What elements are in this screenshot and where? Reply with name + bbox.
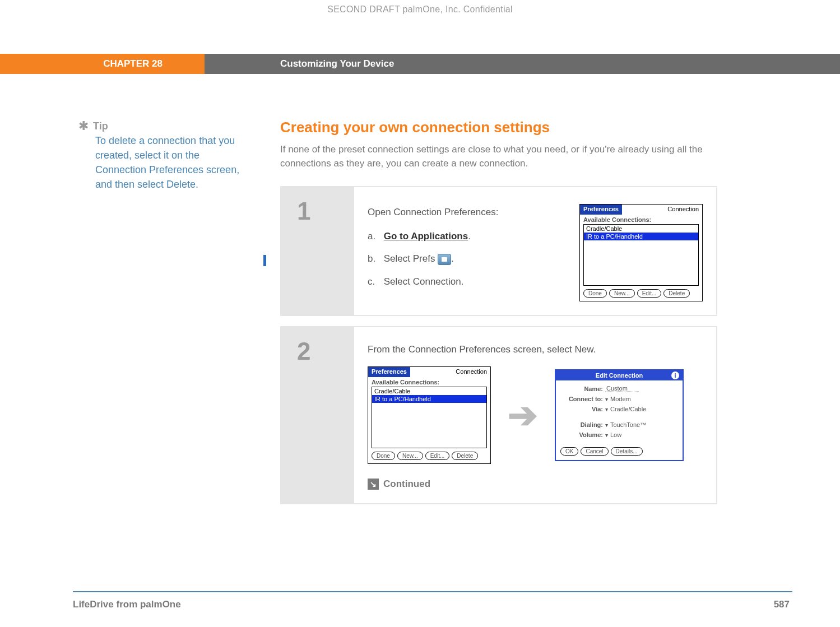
palm-connection-list: Cradle/Cable IR to a PC/Handheld [583, 224, 699, 286]
volume-dropdown[interactable]: ▾Low [605, 431, 621, 438]
edit-connection-title: Edit Connection [596, 372, 643, 379]
chapter-header-bar: CHAPTER 28 Customizing Your Device [0, 54, 840, 74]
delete-button[interactable]: Delete [663, 289, 690, 298]
dialing-dropdown[interactable]: ▾TouchTone™ [605, 421, 646, 428]
tip-label: Tip [93, 120, 108, 132]
delete-button[interactable]: Delete [452, 452, 478, 460]
edit-button[interactable]: Edit... [637, 289, 662, 298]
chapter-label: CHAPTER 28 [0, 54, 205, 74]
footer-product: LifeDrive from palmOne [73, 599, 181, 610]
tip-sidebar: ✱ Tip To delete a connection that you cr… [0, 119, 280, 514]
new-button[interactable]: New... [609, 289, 635, 298]
list-item[interactable]: Cradle/Cable [372, 387, 486, 395]
section-intro: If none of the preset connection setting… [280, 143, 717, 170]
revision-mark-icon [263, 255, 266, 266]
step-1-card: 1 Open Connection Preferences: a. Go to … [280, 186, 717, 316]
via-dropdown[interactable]: ▾Cradle/Cable [605, 406, 646, 412]
step-1-a: a. Go to Applications. [368, 228, 565, 245]
arrow-right-icon: ➔ [508, 394, 538, 436]
edit-button[interactable]: Edit... [425, 452, 450, 460]
step-1-screenshot: Preferences Connection Available Connect… [579, 204, 703, 301]
new-button[interactable]: New... [397, 452, 423, 460]
details-button[interactable]: Details... [611, 447, 643, 456]
done-button[interactable]: Done [372, 452, 395, 460]
step-1-intro: Open Connection Preferences: [368, 204, 565, 221]
step-1-number: 1 [297, 197, 354, 225]
footer-page-number: 587 [774, 599, 790, 610]
list-item[interactable]: IR to a PC/Handheld [372, 395, 486, 403]
palm-title-right: Connection [664, 205, 702, 215]
tip-star-icon: ✱ [78, 119, 89, 133]
list-item[interactable]: Cradle/Cable [584, 225, 698, 233]
info-icon[interactable]: i [671, 371, 679, 379]
done-button[interactable]: Done [583, 289, 607, 298]
step-1-c: c. Select Connection. [368, 273, 565, 291]
step-2-number: 2 [297, 337, 354, 365]
name-field[interactable]: Custom [605, 385, 639, 392]
confidential-header: SECOND DRAFT palmOne, Inc. Confidential [0, 0, 840, 15]
cancel-button[interactable]: Cancel [581, 447, 608, 456]
ok-button[interactable]: OK [560, 447, 578, 456]
tip-body: To delete a connection that you created,… [95, 133, 247, 192]
step-2-screenshot-left: Preferences Connection Available Connect… [368, 366, 491, 464]
list-item[interactable]: IR to a PC/Handheld [584, 233, 698, 240]
chapter-title: Customizing Your Device [205, 54, 840, 74]
go-to-applications-link[interactable]: Go to Applications [384, 231, 468, 241]
continued-arrow-icon: ↘ [368, 479, 379, 490]
prefs-icon [438, 254, 451, 265]
palm-subtitle: Available Connections: [580, 215, 702, 224]
continued-indicator: ↘ Continued [368, 479, 703, 490]
step-2-screenshot-right: Edit Connection i Name: Custom Connect t… [555, 369, 684, 461]
section-heading: Creating your own connection settings [280, 119, 717, 136]
footer-divider [73, 591, 792, 592]
connect-to-dropdown[interactable]: ▾Modem [605, 396, 631, 402]
palm-title-left: Preferences [580, 205, 622, 215]
step-2-card: 2 From the Connection Preferences screen… [280, 326, 717, 504]
step-1-b: b. Select Prefs . [368, 250, 565, 268]
step-2-text: From the Connection Preferences screen, … [368, 344, 703, 355]
